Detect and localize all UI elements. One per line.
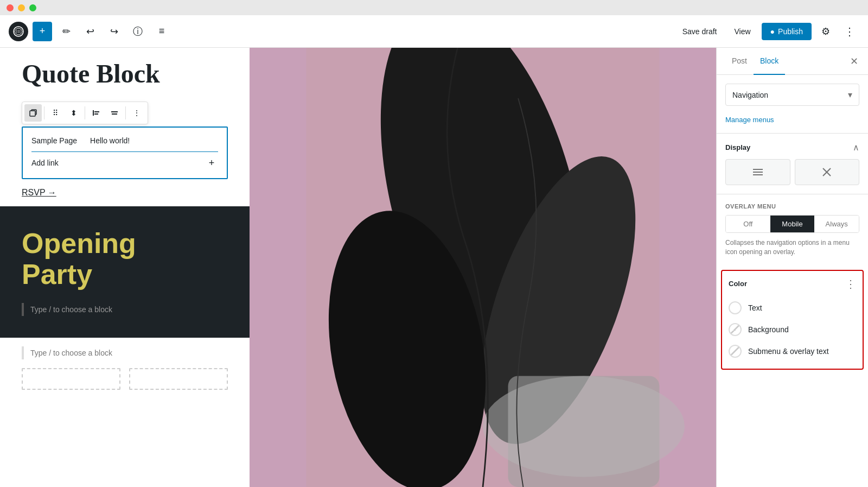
toolbar-left: + ✏ ↩ ↪ ⓘ ≡ (9, 22, 672, 41)
save-draft-button[interactable]: Save draft (676, 23, 724, 40)
dashed-block-1 (22, 368, 120, 390)
dashed-block-2 (129, 368, 228, 390)
block-toolbar: ⠿ ⬍ ⋮ (22, 102, 148, 124)
overlay-off-button[interactable]: Off (726, 216, 770, 232)
block-placeholder-1[interactable]: Type / to choose a block (22, 303, 228, 316)
nav-add-link-button[interactable]: + (205, 156, 218, 169)
page-title-area: Quote Block (0, 59, 250, 88)
maximize-traffic-light[interactable] (29, 4, 36, 11)
tab-post[interactable]: Post (725, 48, 754, 75)
overlay-menu-label: OVERLAY MENU (725, 203, 859, 210)
placeholder-bar-2 (22, 346, 24, 359)
toolbar-divider-2 (85, 106, 85, 119)
display-section-header: Display ∧ (725, 142, 859, 153)
navigation-block-inner[interactable]: Sample Page Hello world! Add link + (22, 127, 228, 179)
color-more-button[interactable]: ⋮ (845, 277, 856, 290)
app: + ✏ ↩ ↪ ⓘ ≡ Save draft View ● Publish ⚙ … (0, 15, 868, 487)
publish-button[interactable]: ● Publish (762, 23, 812, 40)
overlay-mobile-button[interactable]: Mobile (770, 216, 815, 232)
editor-content: Quote Block ⠿ ⬍ (0, 48, 250, 487)
chevron-down-icon: ▾ (848, 90, 852, 100)
text-color-swatch (729, 301, 742, 314)
color-item-background[interactable]: Background (729, 319, 856, 340)
color-item-text[interactable]: Text (729, 297, 856, 319)
nav-add-link-row: Add link + (31, 151, 218, 169)
panel-close-button[interactable]: ✕ (846, 54, 861, 69)
rsvp-link[interactable]: RSVP → (22, 188, 56, 197)
block-more-options-button[interactable]: ⋮ (128, 104, 145, 122)
minimize-traffic-light[interactable] (18, 4, 25, 11)
hamburger-display-option[interactable] (725, 159, 790, 185)
undo-button[interactable]: ↩ (80, 22, 100, 41)
svg-rect-1 (30, 111, 35, 116)
svg-rect-4 (94, 113, 98, 115)
nav-add-link-label: Add link (31, 159, 59, 167)
svg-rect-6 (112, 113, 117, 115)
color-item-submenu[interactable]: Submenu & overlay text (729, 340, 856, 362)
copy-block-button[interactable] (24, 104, 42, 122)
toolbar-divider-1 (44, 106, 44, 119)
placeholder-text-1: Type / to choose a block (30, 305, 112, 314)
page-title[interactable]: Quote Block (22, 59, 228, 88)
hamburger-icon (751, 166, 764, 179)
hero-svg (250, 48, 716, 487)
navigation-dropdown-label: Navigation (732, 91, 768, 99)
opening-party-title[interactable]: OpeningParty (22, 228, 228, 290)
navigation-block: Sample Page Hello world! Add link + (0, 127, 250, 179)
publish-dot: ● (770, 27, 775, 36)
toolbar-divider-3 (125, 106, 126, 119)
add-block-button[interactable]: + (33, 22, 52, 41)
move-arrows-button[interactable]: ⬍ (65, 104, 82, 122)
info-button[interactable]: ⓘ (128, 22, 148, 41)
close-display-option[interactable] (795, 159, 860, 185)
nav-items-list: Sample Page Hello world! (31, 136, 218, 145)
align-left-button[interactable] (87, 104, 105, 122)
redo-button[interactable]: ↪ (104, 22, 124, 41)
overlay-always-button[interactable]: Always (814, 216, 859, 232)
svg-point-12 (483, 376, 685, 477)
x-icon (820, 166, 833, 179)
content-area: Quote Block ⠿ ⬍ (0, 48, 868, 487)
settings-button[interactable]: ⚙ (816, 22, 835, 41)
drag-handle-button[interactable]: ⠿ (47, 104, 64, 122)
align-center-button[interactable] (106, 104, 123, 122)
image-panel (250, 48, 716, 487)
tab-block[interactable]: Block (754, 48, 785, 75)
edit-button[interactable]: ✏ (56, 22, 76, 41)
close-traffic-light[interactable] (7, 4, 14, 11)
dashed-blocks-area (0, 368, 250, 390)
submenu-color-label: Submenu & overlay text (748, 347, 829, 356)
display-options (725, 159, 859, 185)
publish-label: Publish (778, 27, 803, 36)
dark-section: OpeningParty Type / to choose a block (0, 206, 250, 338)
editor-wrapper: Quote Block ⠿ ⬍ (0, 48, 716, 487)
display-section: Display ∧ (717, 133, 868, 194)
display-collapse-button[interactable]: ∧ (853, 142, 859, 153)
text-color-label: Text (748, 303, 762, 312)
background-color-swatch (729, 323, 742, 336)
color-section-header: Color ⋮ (729, 277, 856, 290)
right-panel: Post Block ✕ Navigation ▾ Manage menus D… (716, 48, 868, 487)
svg-rect-5 (111, 111, 118, 112)
list-view-button[interactable]: ≡ (152, 22, 171, 41)
navigation-dropdown[interactable]: Navigation ▾ (725, 84, 859, 106)
more-options-button[interactable]: ⋮ (840, 22, 859, 41)
nav-item-hello-world[interactable]: Hello world! (90, 136, 130, 145)
second-placeholder-area[interactable]: Type / to choose a block (0, 346, 250, 359)
svg-rect-14 (753, 172, 763, 173)
toolbar-right: Save draft View ● Publish ⚙ ⋮ (676, 22, 859, 41)
title-bar (0, 0, 868, 15)
manage-menus-link[interactable]: Manage menus (725, 116, 774, 124)
placeholder-bar-1 (22, 303, 24, 316)
overlay-description: Collapses the navigation options in a me… (725, 238, 859, 257)
toolbar: + ✏ ↩ ↪ ⓘ ≡ Save draft View ● Publish ⚙ … (0, 15, 868, 48)
rsvp-section: RSVP → (0, 188, 250, 198)
color-section-title: Color (729, 280, 747, 288)
overlay-options: Off Mobile Always (725, 215, 859, 233)
view-button[interactable]: View (728, 23, 757, 40)
wp-logo[interactable] (9, 22, 28, 41)
svg-rect-15 (753, 174, 763, 175)
nav-item-sample-page[interactable]: Sample Page (31, 136, 77, 145)
svg-rect-2 (93, 110, 94, 116)
svg-rect-3 (94, 111, 99, 112)
